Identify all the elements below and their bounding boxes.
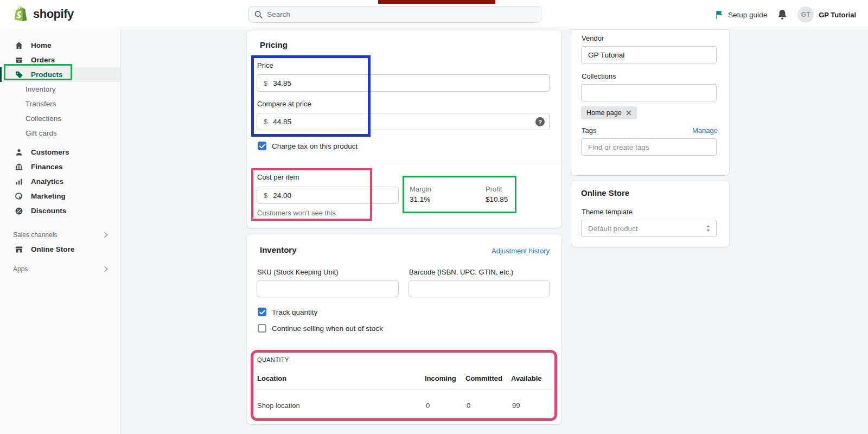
apps-header[interactable]: Apps (0, 262, 120, 276)
sidebar-item-label: Transfers (25, 100, 56, 108)
setup-guide-button[interactable]: Setup guide (715, 10, 767, 20)
table-divider (257, 390, 552, 390)
sidebar-item-label: Analytics (31, 177, 63, 186)
home-icon (14, 41, 23, 50)
collection-chip-label: Home page (586, 109, 622, 117)
marketing-icon (14, 192, 23, 201)
sidebar-item-label: Customers (31, 148, 69, 156)
theme-template-select[interactable]: Default product (581, 220, 717, 237)
checkbox-unchecked-icon[interactable] (258, 324, 266, 333)
account-menu[interactable]: GT GP Tutorial (797, 7, 856, 23)
charge-tax-label: Charge tax on this product (272, 142, 358, 150)
store-icon (14, 245, 23, 254)
customers-icon (14, 148, 23, 157)
chevron-right-icon (103, 232, 108, 238)
track-quantity-label: Track quantity (272, 308, 317, 316)
manage-tags-link[interactable]: Manage (692, 126, 718, 135)
adjustment-history-link[interactable]: Adjustment history (492, 247, 550, 255)
sidebar-item-transfers[interactable]: Transfers (0, 97, 120, 111)
cost-per-item-input[interactable]: $ 24.00 (257, 187, 399, 204)
sales-channels-header[interactable]: Sales channels (0, 228, 120, 242)
sidebar-item-gift-cards[interactable]: Gift cards (0, 126, 120, 141)
col-available: Available (511, 374, 542, 382)
margin-value: 31.1% (410, 195, 430, 203)
table-row-available-link[interactable]: 99 (512, 401, 520, 410)
margin-label: Margin (410, 185, 431, 193)
sidebar-item-label: Finances (31, 163, 63, 171)
sidebar-item-collections[interactable]: Collections (0, 111, 120, 126)
sales-channels-label: Sales channels (13, 231, 57, 239)
finances-bank-icon (14, 162, 23, 171)
section-divider (247, 163, 561, 163)
compare-at-price-value: 44.85 (273, 118, 291, 126)
sidebar-item-label: Collections (25, 114, 61, 123)
sidebar-item-marketing[interactable]: Marketing (0, 189, 120, 203)
barcode-input[interactable] (409, 280, 550, 297)
shopify-logo[interactable]: shopify (13, 5, 74, 23)
continue-selling-label: Continue selling when out of stock (272, 324, 383, 333)
continue-selling-checkbox-row[interactable]: Continue selling when out of stock (258, 324, 383, 333)
notifications-bell-icon[interactable] (777, 9, 788, 21)
sidebar-item-online-store[interactable]: Online Store (0, 242, 120, 257)
tags-label: Tags (582, 126, 596, 135)
cropped-red-banner (378, 0, 495, 4)
remove-chip-x-icon[interactable] (626, 110, 631, 116)
pricing-card: Pricing Price $ 34.85 Compare at price $… (247, 30, 561, 228)
topbar: shopify Setup guide GT GP Tutorial (0, 0, 868, 29)
checkbox-checked-icon[interactable] (258, 142, 266, 150)
sidebar-item-label: Inventory (25, 85, 56, 93)
collection-chip[interactable]: Home page (581, 106, 637, 119)
sidebar-item-inventory[interactable]: Inventory (0, 82, 120, 97)
sidebar-item-label: Orders (31, 56, 55, 64)
sidebar-item-finances[interactable]: Finances (0, 159, 120, 174)
table-row-committed: 0 (467, 401, 470, 410)
apps-label: Apps (13, 265, 28, 273)
chevron-right-icon (103, 266, 108, 272)
sidebar-item-label: Online Store (31, 245, 74, 253)
compare-at-price-input[interactable]: $ 44.85 (257, 113, 550, 130)
sidebar-item-home[interactable]: Home (0, 38, 120, 53)
currency-prefix: $ (264, 118, 267, 126)
price-input[interactable]: $ 34.85 (257, 74, 550, 92)
setup-guide-label: Setup guide (728, 11, 767, 19)
global-search[interactable] (248, 6, 541, 23)
track-quantity-checkbox-row[interactable]: Track quantity (258, 308, 317, 316)
sidebar-item-analytics[interactable]: Analytics (0, 174, 120, 189)
vendor-input[interactable] (581, 46, 717, 63)
profit-value: $10.85 (486, 195, 508, 203)
sku-label: SKU (Stock Keeping Unit) (257, 268, 339, 276)
sku-input[interactable] (257, 280, 399, 297)
flag-icon (715, 10, 724, 20)
theme-template-value: Default product (588, 225, 638, 233)
cost-per-item-value: 24.00 (273, 192, 291, 200)
search-icon (254, 10, 263, 19)
tags-input[interactable] (581, 138, 717, 156)
organization-card: Vendor Collections Home page Tags Manage (571, 30, 729, 175)
collections-input[interactable] (581, 84, 717, 101)
charge-tax-checkbox-row[interactable]: Charge tax on this product (258, 142, 358, 150)
vendor-label: Vendor (582, 34, 604, 42)
select-stepper-icon (706, 225, 711, 232)
quantity-section-label: QUANTITY (257, 356, 289, 363)
currency-prefix: $ (264, 79, 267, 87)
collections-label: Collections (582, 72, 616, 80)
help-icon[interactable]: ? (535, 117, 545, 126)
barcode-label: Barcode (ISBN, UPC, GTIN, etc.) (409, 268, 513, 276)
profit-label: Profit (486, 185, 502, 193)
table-row-location: Shop location (257, 401, 300, 410)
discounts-icon (14, 206, 23, 215)
sidebar-item-label: Products (31, 71, 63, 79)
sidebar-item-customers[interactable]: Customers (0, 145, 120, 159)
pricing-title: Pricing (260, 40, 288, 49)
cost-per-item-label: Cost per item (257, 173, 299, 181)
price-value: 34.85 (273, 79, 291, 87)
shopify-bag-icon (13, 5, 29, 23)
sidebar-item-products[interactable]: Products (0, 67, 120, 82)
store-name: GP Tutorial (819, 11, 856, 19)
checkbox-checked-icon[interactable] (258, 308, 266, 316)
cost-helper-text: Customers won't see this (257, 209, 336, 217)
sidebar-item-discounts[interactable]: Discounts (0, 203, 120, 218)
search-input[interactable] (267, 10, 535, 18)
sidebar-item-orders[interactable]: Orders (0, 53, 120, 67)
sidebar-item-label: Discounts (31, 207, 66, 215)
